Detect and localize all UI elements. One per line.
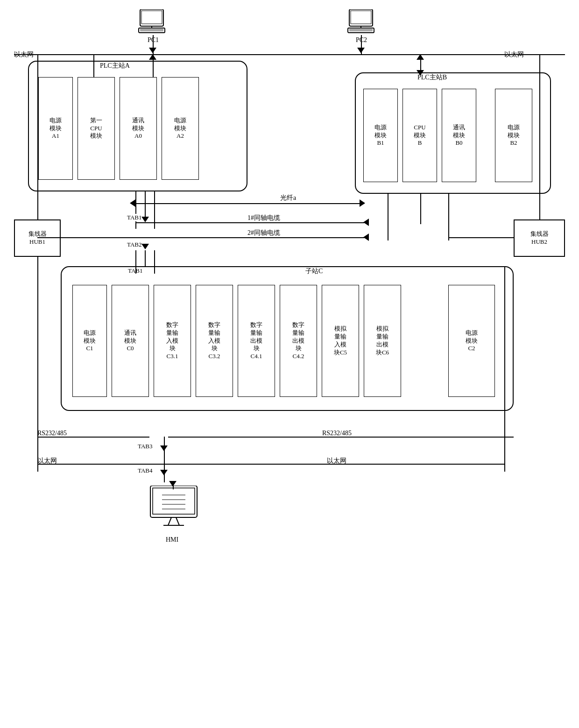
module-c1: 电源 模块 C1 xyxy=(72,285,107,397)
hub2-left-line xyxy=(448,237,514,238)
svg-rect-15 xyxy=(153,488,195,514)
hub1-label-line2b: HUB1 xyxy=(29,238,45,246)
hub1-right-line xyxy=(37,237,142,238)
svg-rect-9 xyxy=(348,28,374,33)
fiber-arrow-right xyxy=(360,199,365,207)
tab4-vert xyxy=(164,464,165,482)
module-c31: 数字 量输 入模 块 C3.1 xyxy=(154,285,191,397)
module-b2: 电源 模块 B2 xyxy=(495,89,532,182)
hub1-down xyxy=(37,257,38,271)
fiber-arrow-left xyxy=(130,199,135,207)
plc-a-label: PLC主站A xyxy=(98,62,132,70)
hub2-label-line1: 集线器 xyxy=(530,230,549,238)
tab2-arrow xyxy=(141,244,149,249)
hub2-box: 集线器 HUB2 xyxy=(514,219,565,257)
coax2-label: 2#同轴电缆 xyxy=(247,229,280,237)
tab3-label: TAB3 xyxy=(138,443,152,450)
eth-bottom-line xyxy=(37,464,504,465)
module-a0: 通讯 模块 A0 xyxy=(120,77,157,180)
fiber-line xyxy=(135,203,364,204)
module-b0: 通讯 模块 B0 xyxy=(442,89,476,182)
module-a2: 电源 模块 A2 xyxy=(162,77,199,180)
plcb-eth-arrow-up xyxy=(417,54,424,60)
plca-down1 xyxy=(135,191,136,229)
tab-to-sub3 xyxy=(154,250,155,274)
svg-line-21 xyxy=(176,517,179,525)
tab-to-sub1 xyxy=(135,250,136,274)
module-a1: 电源 模块 A1 xyxy=(38,77,73,180)
rs232-line-left xyxy=(37,437,149,438)
hub1-box: 集线器 集线器 HUB1 HUB1 xyxy=(14,219,61,257)
module-c2: 电源 模块 C2 xyxy=(448,285,495,397)
svg-rect-8 xyxy=(351,11,371,24)
rs232-left-label: RS232/485 xyxy=(37,430,67,437)
tab2-label: TAB2 xyxy=(127,241,141,248)
module-a-cpu: 第一 CPU 模块 xyxy=(78,77,115,180)
module-c42: 数字 量输 出模 块 C4.2 xyxy=(280,285,317,397)
pc1-arrow-down xyxy=(149,48,156,53)
coax2-line xyxy=(135,237,364,238)
svg-rect-14 xyxy=(150,486,197,517)
hub2-label-line2: HUB2 xyxy=(531,238,547,246)
hmi-arrow xyxy=(169,481,177,487)
hub2-up-line xyxy=(539,54,540,219)
module-b1: 电源 模块 B1 xyxy=(363,89,398,182)
svg-line-20 xyxy=(168,517,171,525)
module-c41: 数字 量输 出模 块 C4.1 xyxy=(238,285,275,397)
hmi-icon xyxy=(146,486,202,537)
tab1a-label: TAB1 xyxy=(127,214,141,221)
tab-to-sub2 xyxy=(145,250,146,267)
tab4-label: TAB4 xyxy=(138,467,152,474)
module-c5: 模拟 量输 入模 块C5 xyxy=(322,285,359,397)
plcb-down3 xyxy=(448,194,449,240)
tab1a-arrow xyxy=(141,217,149,222)
svg-rect-2 xyxy=(139,28,165,33)
fiber-label: 光纤a xyxy=(280,194,296,202)
plcb-eth-arrow-down xyxy=(417,70,424,76)
plcb-coax2-arrow xyxy=(363,233,369,241)
plca-down2 xyxy=(145,191,146,217)
hmi-label: HMI xyxy=(166,536,178,544)
hub1-up-line xyxy=(37,54,38,219)
module-c6: 模拟 量输 出模 块C6 xyxy=(364,285,401,397)
pc1-icon xyxy=(138,9,166,37)
module-c0: 通讯 模块 C0 xyxy=(112,285,149,397)
plca-eth-arrow-up xyxy=(149,54,156,60)
diagram: PC1 PC2 以太网 以太网 PLC主站A 电源 模块 A1 第一 CPU 模… xyxy=(0,0,579,728)
pc2-arrow-down xyxy=(357,48,365,53)
plcb-down2 xyxy=(420,194,421,224)
module-b-cpu: CPU 模块 B xyxy=(402,89,437,182)
coax1-label: 1#同轴电缆 xyxy=(247,214,280,222)
rs232-line-right xyxy=(168,437,514,438)
plca-down3 xyxy=(154,191,155,229)
plcb-coax1-arrow xyxy=(363,219,369,226)
coax1-line xyxy=(135,222,364,223)
eth-top-line xyxy=(14,54,565,55)
svg-rect-1 xyxy=(141,11,162,24)
module-c32: 数字 量输 入模 块 C3.2 xyxy=(196,285,233,397)
subc-label: 子站C xyxy=(304,267,325,276)
subc-vert-left xyxy=(37,266,38,420)
plcb-down1 xyxy=(388,194,388,240)
subc-vert-right xyxy=(504,266,505,420)
rs232-right-label: RS232/485 xyxy=(322,430,352,437)
plca-eth-up xyxy=(93,54,94,77)
